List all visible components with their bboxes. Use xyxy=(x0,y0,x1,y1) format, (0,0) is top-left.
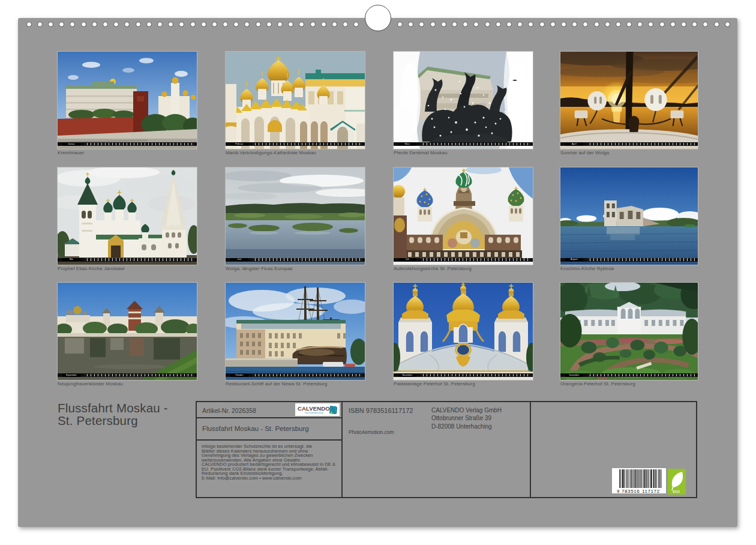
svg-text:eco: eco xyxy=(673,489,680,494)
svg-text:117172: 117172 xyxy=(642,489,660,493)
svg-text:Dein Kalenderverlag: Dein Kalenderverlag xyxy=(305,412,323,414)
svg-text:CALVENDO: CALVENDO xyxy=(298,405,330,412)
svg-text:9: 9 xyxy=(617,489,620,493)
svg-text:783516: 783516 xyxy=(622,489,640,493)
